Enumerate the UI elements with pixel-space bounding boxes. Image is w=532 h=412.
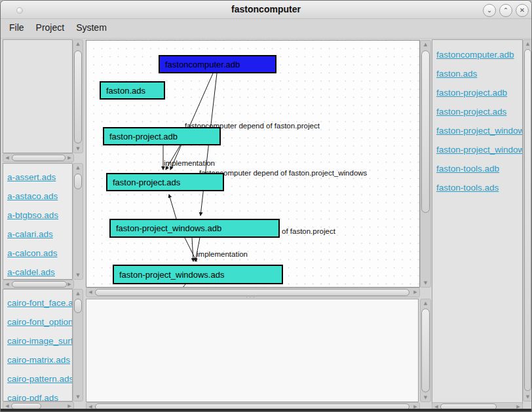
scroll-up-icon[interactable]: ▲	[73, 41, 83, 47]
file-link[interactable]: a-assert.ads	[7, 168, 72, 187]
file-link[interactable]: cairo-font_options.ads	[7, 312, 72, 331]
scroll-up-icon[interactable]: ▲	[421, 300, 430, 307]
file-link[interactable]: a-btgbso.ads	[7, 206, 72, 225]
scrollbar-thumb[interactable]	[12, 281, 67, 288]
minimize-button[interactable]: ⌄	[483, 4, 496, 17]
scroll-down-icon[interactable]: ▼	[421, 280, 430, 286]
edge-label: of faston.project	[282, 227, 335, 235]
canvas-vscrollbar[interactable]: ▲▼	[420, 40, 431, 288]
left-unit-vscrollbar[interactable]: ▲▼	[73, 163, 83, 280]
graph-canvas[interactable]: fastoncomputer depend of faston.projecti…	[86, 40, 420, 288]
graph-node[interactable]: faston-project_windows.adb	[109, 219, 280, 238]
maximize-button[interactable]: ⌃	[499, 4, 512, 17]
left-cairo-file-list: cairo-font_face.adscairo-font_options.ad…	[3, 289, 73, 402]
edge-label: implementation	[164, 159, 215, 167]
scroll-up-icon[interactable]: ▲	[73, 290, 83, 297]
scroll-up-icon[interactable]: ▲	[421, 41, 430, 48]
scroll-down-icon[interactable]: ▼	[421, 394, 430, 401]
left-preview-panel	[3, 39, 73, 153]
file-link[interactable]: faston-tools.adb	[436, 159, 522, 178]
graph-node[interactable]: faston-project_windows.ads	[113, 265, 283, 284]
right-file-list: fastoncomputer.adbfaston.adsfaston-proje…	[432, 39, 523, 407]
graph-node[interactable]: faston-project.adb	[103, 127, 221, 145]
file-link[interactable]: cairo-pattern.ads	[7, 369, 72, 388]
left-cairo-vscrollbar[interactable]: ▲▼	[73, 289, 83, 402]
left-preview-hscrollbar[interactable]: ◀▶	[3, 153, 74, 162]
file-link[interactable]: faston-project.ads	[436, 102, 522, 121]
scrollbar-thumb[interactable]	[74, 299, 82, 313]
left-unit-hscrollbar[interactable]: ◀▶	[3, 280, 74, 289]
graph-node[interactable]: fastoncomputer.adb	[159, 55, 276, 73]
file-link[interactable]: cairo-matrix.ads	[7, 350, 72, 369]
scrollbar-thumb[interactable]	[524, 49, 531, 391]
application-window: fastoncomputer ⌄ ⌃ ✕ FileProjectSystem ▲…	[0, 0, 532, 412]
dependency-edge	[169, 195, 176, 219]
file-link[interactable]: faston-project_windows.ads	[436, 140, 522, 159]
scrollbar-thumb[interactable]	[74, 50, 82, 143]
menu-bar: FileProjectSystem	[1, 19, 531, 39]
file-link[interactable]: faston-project_windows.adb	[436, 121, 522, 140]
scrollbar-thumb[interactable]	[74, 174, 82, 189]
file-link[interactable]: a-calari.ads	[7, 225, 72, 244]
file-link[interactable]: faston-project.adb	[436, 83, 522, 102]
menu-item[interactable]: File	[6, 19, 28, 36]
scroll-left-icon[interactable]: ◀	[4, 280, 10, 288]
menu-item[interactable]: Project	[33, 19, 68, 36]
left-preview-vscrollbar[interactable]: ▲▼	[73, 39, 83, 153]
file-link[interactable]: a-astaco.ads	[7, 187, 72, 206]
scroll-right-icon[interactable]: ▶	[66, 280, 73, 288]
file-link[interactable]: faston.ads	[436, 64, 522, 83]
scrollbar-thumb[interactable]	[421, 309, 430, 392]
bottom-vscrollbar[interactable]: ▲▼	[420, 299, 431, 402]
dependency-edges	[86, 41, 419, 287]
file-link[interactable]: faston-tools.ads	[436, 178, 522, 197]
graph-node[interactable]: faston-project.ads	[106, 173, 224, 191]
close-button[interactable]: ✕	[516, 4, 529, 17]
bottom-output-panel	[86, 299, 419, 402]
scroll-right-icon[interactable]: ▶	[412, 288, 419, 297]
scroll-right-icon[interactable]: ▶	[66, 154, 73, 162]
scrollbar-thumb[interactable]	[421, 50, 430, 213]
scroll-up-icon[interactable]: ▲	[73, 164, 83, 171]
graph-node[interactable]: faston.ads	[100, 81, 165, 100]
file-link[interactable]: fastoncomputer.adb	[436, 45, 522, 64]
scrollbar-thumb[interactable]	[12, 155, 66, 161]
right-vscrollbar[interactable]: ▲▼	[523, 39, 532, 402]
scroll-left-icon[interactable]: ◀	[87, 288, 94, 297]
file-link[interactable]: cairo-font_face.ads	[7, 293, 72, 312]
file-link[interactable]: cairo-image_surface.ads	[7, 331, 72, 350]
dependency-edge	[185, 238, 197, 261]
menu-item[interactable]: System	[73, 19, 110, 36]
file-link[interactable]: cairo-pdf.ads	[7, 388, 72, 402]
dependency-edge	[183, 284, 185, 287]
scroll-down-icon[interactable]: ▼	[523, 394, 532, 400]
scroll-down-icon[interactable]: ▼	[73, 394, 83, 400]
file-link[interactable]: a-calcon.ads	[7, 244, 72, 263]
window-bottom-edge	[1, 409, 531, 411]
edge-label: implementation	[197, 250, 248, 258]
window-title: fastoncomputer	[1, 4, 531, 14]
edge-label: fastoncomputer depend of faston.project_…	[199, 169, 367, 177]
scroll-down-icon[interactable]: ▼	[73, 145, 83, 152]
scroll-up-icon[interactable]: ▲	[523, 41, 532, 47]
title-bar: fastoncomputer ⌄ ⌃ ✕	[1, 1, 531, 19]
scroll-down-icon[interactable]: ▼	[73, 272, 83, 278]
scroll-left-icon[interactable]: ◀	[4, 154, 10, 162]
dependency-edge	[192, 238, 193, 261]
left-unit-file-list: a-assert.adsa-astaco.adsa-btgbso.adsa-ca…	[3, 163, 73, 280]
file-link[interactable]: a-caldel.ads	[7, 263, 72, 280]
